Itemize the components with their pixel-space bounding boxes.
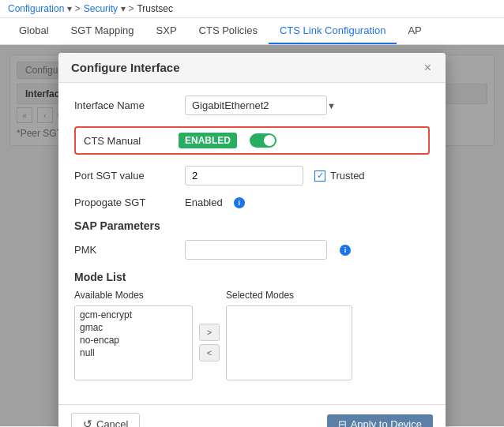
propogate-sgt-label: Propogate SGT [74,197,177,208]
apply-icon: ⊟ [338,418,347,428]
selected-modes-box[interactable] [226,305,352,380]
modal-header: Configure Interface × [58,53,446,83]
available-modes-box[interactable]: gcm-encrypt gmac no-encap null [74,305,193,380]
selected-modes-col: Selected Modes [226,290,352,380]
breadcrumb: Configuration ▾ > Security ▾ > Trustsec [0,0,504,18]
checkmark-icon: ✓ [317,170,324,181]
trusted-label: Trusted [330,170,365,182]
pmk-input[interactable] [185,240,327,260]
mode-arrows: > < [199,324,220,361]
tab-sxp[interactable]: SXP [145,18,188,44]
modal-body: Interface Name GigabitEthernet2 ▼ CTS Ma… [58,83,446,404]
mode-list-grid: Available Modes gcm-encrypt gmac no-enca… [74,290,430,380]
trusted-row: ✓ Trusted [314,170,365,182]
cancel-icon: ↺ [83,418,92,427]
mode-item-gmac[interactable]: gmac [77,321,190,334]
interface-name-row: Interface Name GigabitEthernet2 ▼ [74,96,430,115]
modal-footer: ↺ Cancel ⊟ Apply to Device [58,404,446,427]
pmk-label: PMK [74,244,177,256]
apply-to-device-button[interactable]: ⊟ Apply to Device [327,414,433,428]
port-sgt-row: Port SGT value ✓ Trusted [74,166,430,185]
breadcrumb-sep1: ▾ > [67,3,80,14]
tab-sgt-mapping[interactable]: SGT Mapping [60,18,145,44]
cts-manual-row: CTS Manual ENABLED [74,126,430,155]
interface-name-control: GigabitEthernet2 ▼ [185,96,430,115]
modal-close-button[interactable]: × [423,62,433,74]
main-content: Configure Interface Interface « ‹ 0 › » … [0,45,504,426]
port-sgt-input[interactable] [185,166,303,185]
port-sgt-label: Port SGT value [74,170,177,182]
modal-title: Configure Interface [71,61,180,74]
mode-item-null[interactable]: null [77,346,190,359]
breadcrumb-trustsec: Trustsec [137,3,173,14]
interface-name-select[interactable]: GigabitEthernet2 [185,96,327,115]
pmk-info-icon[interactable]: i [340,245,351,256]
trusted-checkbox[interactable]: ✓ [314,170,325,182]
cts-manual-label: CTS Manual [84,135,171,147]
mode-item-gcm-encrypt[interactable]: gcm-encrypt [77,309,190,321]
selected-modes-label: Selected Modes [226,290,352,301]
sap-parameters-header: SAP Parameters [74,219,430,232]
mode-list-header: Mode List [74,271,430,283]
tab-cts-link-configuration[interactable]: CTS Link Configuration [269,18,397,44]
breadcrumb-configuration[interactable]: Configuration [8,3,64,14]
select-arrow-icon: ▼ [327,101,336,110]
pmk-row: PMK i [74,240,430,260]
tab-ap[interactable]: AP [397,18,432,44]
breadcrumb-security[interactable]: Security [84,3,118,14]
propogate-info-icon[interactable]: i [234,197,245,208]
cts-manual-toggle[interactable] [250,133,276,148]
configure-interface-modal: Configure Interface × Interface Name Gig… [58,53,446,427]
interface-name-label: Interface Name [74,99,177,111]
modal-overlay: Configure Interface × Interface Name Gig… [0,45,504,426]
cancel-button[interactable]: ↺ Cancel [71,413,140,427]
move-right-button[interactable]: > [199,324,220,341]
propogate-sgt-row: Propogate SGT Enabled i [74,197,430,208]
move-left-button[interactable]: < [199,344,220,361]
apply-label: Apply to Device [351,418,422,428]
available-modes-col: Available Modes gcm-encrypt gmac no-enca… [74,290,193,380]
cancel-label: Cancel [96,418,128,428]
mode-list-section: Mode List Available Modes gcm-encrypt gm… [74,271,430,380]
propogate-sgt-value: Enabled [185,197,223,208]
nav-tabs-bar: Global SGT Mapping SXP CTS Policies CTS … [0,18,504,45]
breadcrumb-sep2: ▾ > [121,3,134,14]
mode-item-no-encap[interactable]: no-encap [77,334,190,346]
tab-global[interactable]: Global [8,18,60,44]
available-modes-label: Available Modes [74,290,193,301]
cts-enabled-badge: ENABLED [179,133,237,148]
tab-cts-policies[interactable]: CTS Policies [188,18,269,44]
